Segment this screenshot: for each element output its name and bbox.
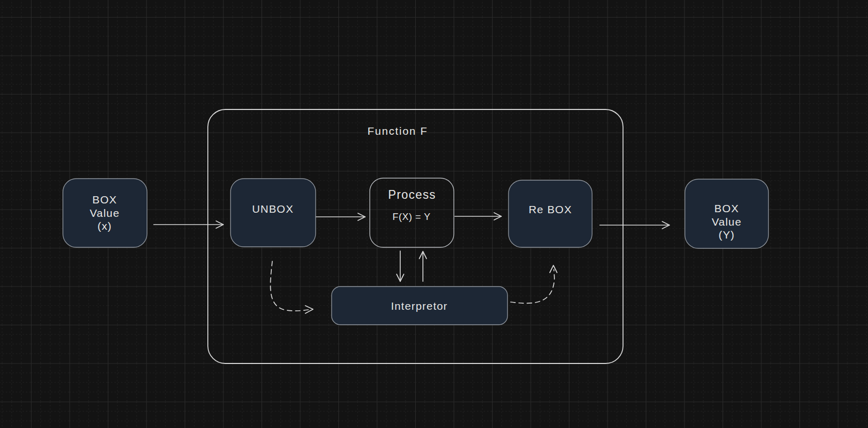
diagram-canvas[interactable]: Function F BOX Value (x) UNBOX Process F…: [0, 0, 868, 428]
box-value-x-line1: BOX: [92, 194, 117, 205]
unbox-label: UNBOX: [252, 203, 294, 215]
process-title: Process: [388, 188, 436, 201]
function-f-label: Function F: [367, 125, 428, 137]
node-unbox[interactable]: UNBOX: [231, 179, 316, 247]
node-box-value-y[interactable]: BOX Value (Y): [685, 179, 768, 248]
node-box-value-x[interactable]: BOX Value (x): [63, 179, 147, 247]
box-value-y-line1: BOX: [714, 202, 739, 214]
box-value-x-line3: (x): [97, 220, 112, 232]
box-value-x-line2: Value: [90, 207, 120, 219]
box-value-y-line3: (Y): [718, 229, 735, 241]
rebox-label: Re BOX: [529, 203, 572, 215]
node-interpretor[interactable]: Interpretor: [332, 287, 507, 325]
box-value-y-line2: Value: [712, 216, 742, 228]
process-formula: F(X) = Y: [392, 211, 431, 222]
interpretor-label: Interpretor: [391, 300, 448, 312]
node-rebox[interactable]: Re BOX: [509, 180, 592, 247]
